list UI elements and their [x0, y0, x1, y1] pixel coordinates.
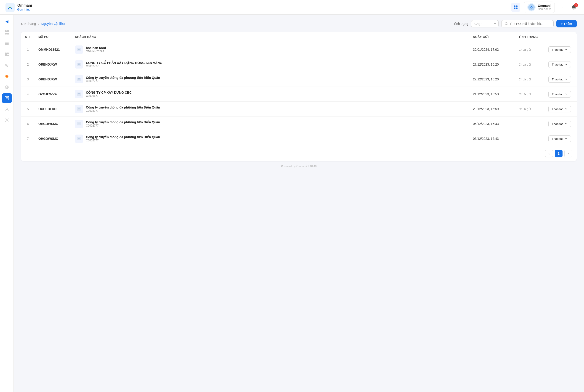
list-icon: [4, 41, 9, 46]
status-badge: Chưa gửi: [519, 107, 531, 111]
user-role: Chủ đơn vị: [538, 8, 551, 11]
action-button[interactable]: Thao tác: [548, 106, 571, 112]
action-button[interactable]: Thao tác: [548, 76, 571, 83]
chevron-down-icon: [565, 78, 568, 81]
status-filter-select[interactable]: Chọn Chưa gửi Đã gửi: [471, 20, 498, 28]
sidebar-item-layout[interactable]: [2, 49, 12, 60]
cell-ngay-gui: 21/12/2023, 16:53: [469, 87, 515, 102]
table-body: 1 OMMHD33521 hoa ban food OMMKH75794: [21, 42, 577, 146]
grid-view-button[interactable]: [511, 3, 520, 12]
cell-ngay-gui: 27/12/2023, 10:20: [469, 72, 515, 87]
cell-ngay-gui: 05/12/2023, 16:43: [469, 116, 515, 131]
sidebar-item-orders[interactable]: [2, 93, 12, 103]
app-subtitle: Đơn hàng: [17, 8, 32, 11]
cell-action: Thao tác: [545, 42, 577, 57]
cell-ma-po: OHGDWSMC: [35, 116, 71, 131]
search-input[interactable]: [510, 22, 550, 26]
globe-icon: [4, 85, 9, 90]
avatar: O: [527, 3, 536, 12]
sidebar-item-dashboard[interactable]: [2, 28, 12, 38]
cell-khach-hang: Công ty truyền thông đa phương tiện Điền…: [71, 116, 469, 131]
notification-badge: 1: [574, 3, 578, 7]
more-options-button[interactable]: ⋮: [558, 4, 566, 11]
cell-tinh-trang: [515, 131, 545, 146]
col-ngay-gui: NGÀY GỬI: [469, 32, 515, 42]
sidebar-item-fire[interactable]: [2, 71, 12, 81]
svg-rect-9: [5, 33, 7, 34]
sidebar-item-w[interactable]: W: [2, 60, 12, 70]
status-badge: Chưa gửi: [519, 92, 531, 96]
main-content: Đơn hàng › Nguyên vật liệu Tình trạng Ch…: [14, 14, 584, 392]
customer-icon: [75, 75, 83, 84]
header-left: Ommani Đơn hàng: [6, 3, 32, 12]
search-box[interactable]: [501, 20, 554, 28]
breadcrumb: Đơn hàng › Nguyên vật liệu: [21, 22, 65, 26]
svg-rect-8: [7, 30, 9, 32]
sidebar-item-settings[interactable]: [2, 115, 12, 125]
table-row: 7 OHGDWSMC Công ty truyền thông đa phươn…: [21, 131, 577, 146]
prev-page-button[interactable]: ‹: [545, 150, 553, 158]
cell-stt: 4: [21, 87, 35, 102]
svg-rect-13: [5, 44, 9, 45]
chevron-down-icon: [565, 48, 568, 51]
cell-ngay-gui: 27/12/2023, 10:20: [469, 57, 515, 72]
orders-icon: [4, 96, 9, 101]
action-button[interactable]: Thao tác: [548, 46, 571, 53]
cell-khach-hang: Công ty truyền thông đa phương tiện Điền…: [71, 131, 469, 146]
sidebar-back-button[interactable]: ◀: [2, 16, 12, 26]
customer-name: Công ty truyền thông đa phương tiện Điền…: [86, 135, 160, 139]
cell-stt: 2: [21, 57, 35, 72]
user-card[interactable]: O Ommani Chủ đơn vị: [524, 2, 555, 13]
add-button[interactable]: + Thêm: [556, 20, 577, 28]
breadcrumb-parent[interactable]: Đơn hàng: [21, 22, 36, 26]
action-button[interactable]: Thao tác: [548, 136, 571, 142]
action-button[interactable]: Thao tác: [548, 120, 571, 127]
search-icon: [505, 22, 508, 26]
cell-tinh-trang: Chưa gửi: [515, 72, 545, 87]
page-1-button[interactable]: 1: [555, 150, 562, 158]
customer-name: hoa ban food: [86, 46, 106, 50]
cell-ngay-gui: 05/12/2023, 16:43: [469, 131, 515, 146]
chevron-down-icon: [565, 122, 568, 125]
customer-icon: [75, 134, 83, 143]
col-stt: STT: [21, 32, 35, 42]
customer-code: C0002727: [86, 65, 162, 68]
svg-rect-10: [7, 33, 9, 34]
svg-text:O: O: [530, 6, 532, 9]
pagination: ‹ 1 ›: [21, 146, 577, 161]
customer-icon: [75, 46, 83, 54]
table-row: 3 OREHDJXW Công ty truyền thông đa phươn…: [21, 72, 577, 87]
svg-rect-12: [5, 43, 9, 44]
table-header: STT MÃ PO KHÁCH HÀNG NGÀY GỬI TÌNH TRẠNG: [21, 32, 577, 42]
footer-text: Powered by Ommani 1.10.40: [281, 165, 316, 168]
cell-tinh-trang: Chưa gửi: [515, 87, 545, 102]
table-row: 5 OUOFBFDD Công ty truyền thông đa phươn…: [21, 102, 577, 116]
table-row: 2 OREHDJXW CÔNG TY CỔ PHẦN XÂY DỰNG BÔNG…: [21, 57, 577, 72]
sidebar-item-globe[interactable]: [2, 82, 12, 92]
status-filter-wrapper[interactable]: Chọn Chưa gửi Đã gửi: [471, 20, 498, 28]
svg-point-24: [6, 108, 8, 110]
sidebar-item-list[interactable]: [2, 38, 12, 48]
action-button[interactable]: Thao tác: [548, 61, 571, 68]
cell-khach-hang: Công ty truyền thông đa phương tiện Điền…: [71, 102, 469, 116]
cell-action: Thao tác: [545, 72, 577, 87]
status-badge: Chưa gửi: [519, 48, 531, 52]
next-page-button[interactable]: ›: [564, 150, 572, 158]
customer-code: C0002777: [86, 109, 160, 112]
users-icon: [4, 107, 9, 112]
toolbar-right: Tình trạng Chọn Chưa gửi Đã gửi + Thêm: [454, 20, 577, 28]
footer: Powered by Ommani 1.10.40: [21, 161, 577, 172]
breadcrumb-current: Nguyên vật liệu: [41, 22, 65, 26]
chevron-down-icon: [565, 108, 568, 110]
action-button[interactable]: Thao tác: [548, 91, 571, 98]
svg-rect-2: [516, 6, 518, 7]
cell-stt: 5: [21, 102, 35, 116]
col-tinh-trang: TÌNH TRẠNG: [515, 32, 545, 42]
cell-ma-po: OREHDJXW: [35, 72, 71, 87]
customer-info: Công ty truyền thông đa phương tiện Điền…: [86, 106, 160, 112]
sidebar-item-users[interactable]: [2, 104, 12, 114]
notification-button[interactable]: 1: [570, 3, 578, 12]
grid-icon: [514, 5, 518, 10]
cell-ma-po: OREHDJXW: [35, 57, 71, 72]
status-badge: Chưa gửi: [519, 78, 531, 81]
